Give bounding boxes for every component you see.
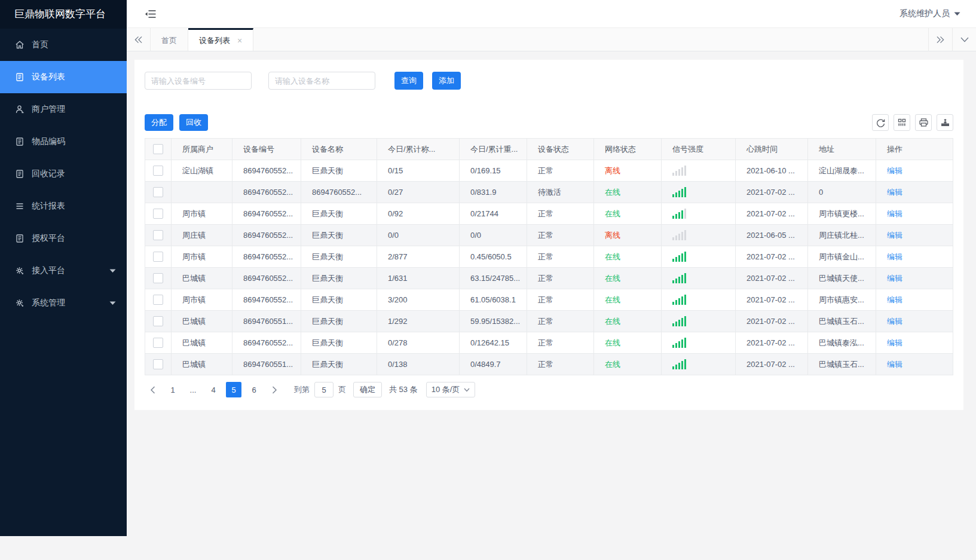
- sidebar-item-device-list[interactable]: 设备列表: [0, 61, 127, 93]
- page-ellipsis: ...: [185, 382, 201, 397]
- sidebar-item-recycle-record[interactable]: 回收记录: [0, 158, 127, 190]
- sidebar-collapse-icon[interactable]: [145, 10, 156, 19]
- jump-page-input[interactable]: [314, 382, 334, 397]
- sidebar-item-access-platform[interactable]: 接入平台: [0, 255, 127, 287]
- tab-1[interactable]: 设备列表×: [188, 28, 253, 51]
- edit-link[interactable]: 编辑: [887, 188, 902, 197]
- page-number-6[interactable]: 6: [246, 382, 262, 397]
- recycle-button[interactable]: 回收: [179, 114, 208, 131]
- tabs-menu-button[interactable]: [952, 28, 976, 51]
- signal-strength-icon: [672, 273, 732, 283]
- edit-link[interactable]: 编辑: [887, 209, 902, 218]
- main-area: 系统维护人员 首页设备列表× 查询 添加: [127, 0, 976, 536]
- jump-prefix-label: 到第: [294, 384, 310, 395]
- tab-0[interactable]: 首页: [151, 28, 188, 51]
- device-status-cell: 待激活: [527, 182, 594, 203]
- user-menu[interactable]: 系统维护人员: [899, 8, 960, 19]
- edit-link[interactable]: 编辑: [887, 338, 902, 347]
- assign-button[interactable]: 分配: [145, 114, 173, 131]
- today-weight-cell: 59.95/15382...: [460, 311, 527, 332]
- row-checkbox[interactable]: [153, 273, 163, 283]
- page-number-5[interactable]: 5: [226, 382, 241, 397]
- add-button[interactable]: 添加: [432, 72, 461, 90]
- signal-strength-icon: [672, 295, 732, 305]
- page-number-4[interactable]: 4: [206, 382, 221, 397]
- edit-link[interactable]: 编辑: [887, 274, 902, 283]
- tabs-scroll-right-button[interactable]: [928, 28, 952, 51]
- device-no-input[interactable]: [145, 72, 252, 90]
- net-status-cell: 在线: [594, 311, 662, 332]
- print-button[interactable]: [915, 114, 932, 131]
- row-checkbox[interactable]: [153, 338, 163, 348]
- merchant-cell: [172, 182, 232, 203]
- table-row: 淀山湖镇8694760552...巨鼎天衡0/150/169.15正常离线202…: [145, 160, 953, 182]
- caret-down-icon: [954, 12, 960, 16]
- today-weight-cell: 63.15/24785...: [460, 268, 527, 289]
- edit-link[interactable]: 编辑: [887, 166, 902, 175]
- home-icon: [15, 40, 25, 50]
- address-cell: 巴城镇玉石...: [808, 354, 876, 375]
- table-toolbar: 分配 回收: [145, 114, 953, 131]
- row-checkbox[interactable]: [153, 316, 163, 326]
- user-name: 系统维护人员: [899, 8, 950, 19]
- address-cell: 巴城镇玉石...: [808, 311, 876, 332]
- signal-cell: [662, 246, 736, 268]
- merchant-cell: 巴城镇: [172, 268, 232, 289]
- edit-link[interactable]: 编辑: [887, 317, 902, 326]
- tabs-scroll-left-button[interactable]: [127, 28, 151, 51]
- prev-page-button[interactable]: [145, 382, 160, 397]
- row-checkbox[interactable]: [153, 359, 163, 369]
- sidebar-item-merchant[interactable]: 商户管理: [0, 93, 127, 126]
- sidebar-item-home[interactable]: 首页: [0, 29, 127, 61]
- network-status-badge: 在线: [605, 338, 620, 347]
- sidebar-item-item-code[interactable]: 物品编码: [0, 126, 127, 158]
- sidebar-item-label: 首页: [32, 39, 48, 50]
- device-list-icon: [15, 72, 25, 82]
- action-cell: 编辑: [876, 354, 953, 375]
- edit-link[interactable]: 编辑: [887, 231, 902, 240]
- row-checkbox[interactable]: [153, 187, 163, 197]
- net-status-cell: 离线: [594, 160, 662, 182]
- device-status-cell: 正常: [527, 203, 594, 225]
- row-checkbox[interactable]: [153, 209, 163, 219]
- col-merchant: 所属商户: [172, 139, 232, 160]
- row-checkbox[interactable]: [153, 252, 163, 262]
- row-checkbox[interactable]: [153, 166, 163, 176]
- search-row: 查询 添加: [145, 72, 953, 90]
- merchant-cell: 周市镇: [172, 289, 232, 311]
- refresh-button[interactable]: [872, 114, 889, 131]
- sidebar-item-label: 系统管理: [32, 298, 65, 308]
- action-cell: 编辑: [876, 160, 953, 182]
- jump-confirm-button[interactable]: 确定: [353, 382, 382, 397]
- action-cell: 编辑: [876, 289, 953, 311]
- sidebar-item-system-manage[interactable]: 系统管理: [0, 287, 127, 319]
- page-size-select[interactable]: 10 条/页: [426, 382, 476, 397]
- sidebar-item-auth-platform[interactable]: 授权平台: [0, 222, 127, 255]
- export-button[interactable]: [937, 114, 953, 131]
- address-cell: 周市镇金山...: [808, 246, 876, 268]
- next-page-button[interactable]: [267, 382, 282, 397]
- device-status-cell: 正常: [527, 311, 594, 332]
- sidebar-item-report[interactable]: 统计报表: [0, 190, 127, 222]
- row-checkbox[interactable]: [153, 230, 163, 240]
- action-cell: 编辑: [876, 268, 953, 289]
- row-checkbox[interactable]: [153, 295, 163, 305]
- tab-close-icon[interactable]: ×: [237, 36, 242, 45]
- select-all-checkbox[interactable]: [153, 144, 163, 154]
- tab-spacer: [253, 28, 928, 51]
- chevron-down-icon: [464, 388, 470, 392]
- page-size-value: 10 条/页: [432, 384, 460, 395]
- device-status-cell: 正常: [527, 246, 594, 268]
- chk: [145, 160, 172, 182]
- columns-button[interactable]: [894, 114, 910, 131]
- edit-link[interactable]: 编辑: [887, 360, 902, 369]
- device-name-input[interactable]: [268, 72, 375, 90]
- signal-strength-icon: [672, 359, 732, 369]
- merchant-icon: [15, 105, 25, 114]
- edit-link[interactable]: 编辑: [887, 295, 902, 304]
- edit-link[interactable]: 编辑: [887, 252, 902, 261]
- action-cell: 编辑: [876, 225, 953, 246]
- query-button[interactable]: 查询: [394, 72, 423, 90]
- device-name-cell: 巨鼎天衡: [301, 311, 377, 332]
- page-number-1[interactable]: 1: [165, 382, 180, 397]
